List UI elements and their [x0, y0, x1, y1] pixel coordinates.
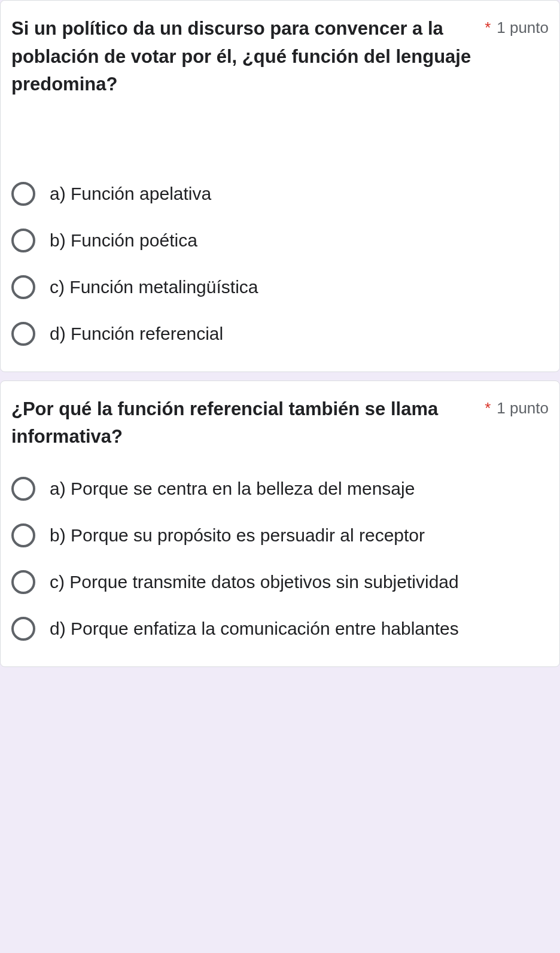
option-a[interactable]: a) Porque se centra en la belleza del me… — [11, 465, 549, 512]
radio-icon — [11, 322, 35, 346]
option-c[interactable]: c) Porque transmite datos objetivos sin … — [11, 559, 549, 605]
points-indicator: * 1 punto — [485, 15, 549, 37]
option-d[interactable]: d) Porque enfatiza la comunicación entre… — [11, 605, 549, 652]
required-mark: * — [485, 399, 491, 418]
radio-icon — [11, 523, 35, 547]
option-label: d) Porque enfatiza la comunicación entre… — [50, 616, 459, 641]
option-a[interactable]: a) Función apelativa — [11, 170, 549, 217]
radio-icon — [11, 477, 35, 501]
options-group: a) Función apelativa b) Función poética … — [1, 170, 559, 357]
option-b[interactable]: b) Función poética — [11, 217, 549, 264]
option-d[interactable]: d) Función referencial — [11, 310, 549, 357]
radio-icon — [11, 570, 35, 594]
required-mark: * — [485, 19, 491, 37]
radio-icon — [11, 275, 35, 299]
points-text: 1 punto — [497, 399, 549, 418]
question-title: ¿Por qué la función referencial también … — [11, 395, 485, 451]
question-card-2: ¿Por qué la función referencial también … — [0, 380, 560, 667]
option-label: a) Función apelativa — [50, 181, 211, 206]
option-label: a) Porque se centra en la belleza del me… — [50, 476, 415, 501]
option-label: b) Función poética — [50, 228, 197, 253]
option-label: b) Porque su propósito es persuadir al r… — [50, 523, 425, 548]
options-group: a) Porque se centra en la belleza del me… — [1, 465, 559, 652]
spacer — [1, 123, 559, 170]
points-indicator: * 1 punto — [485, 395, 549, 418]
points-text: 1 punto — [497, 19, 549, 37]
question-title: Si un político da un discurso para conve… — [11, 15, 485, 99]
option-b[interactable]: b) Porque su propósito es persuadir al r… — [11, 512, 549, 559]
radio-icon — [11, 182, 35, 206]
option-label: d) Función referencial — [50, 321, 223, 346]
option-label: c) Porque transmite datos objetivos sin … — [50, 570, 459, 595]
radio-icon — [11, 229, 35, 252]
question-header: ¿Por qué la función referencial también … — [1, 395, 559, 451]
question-header: Si un político da un discurso para conve… — [1, 15, 559, 99]
option-c[interactable]: c) Función metalingüística — [11, 264, 549, 310]
question-card-1: Si un político da un discurso para conve… — [0, 0, 560, 372]
radio-icon — [11, 617, 35, 641]
option-label: c) Función metalingüística — [50, 275, 258, 300]
